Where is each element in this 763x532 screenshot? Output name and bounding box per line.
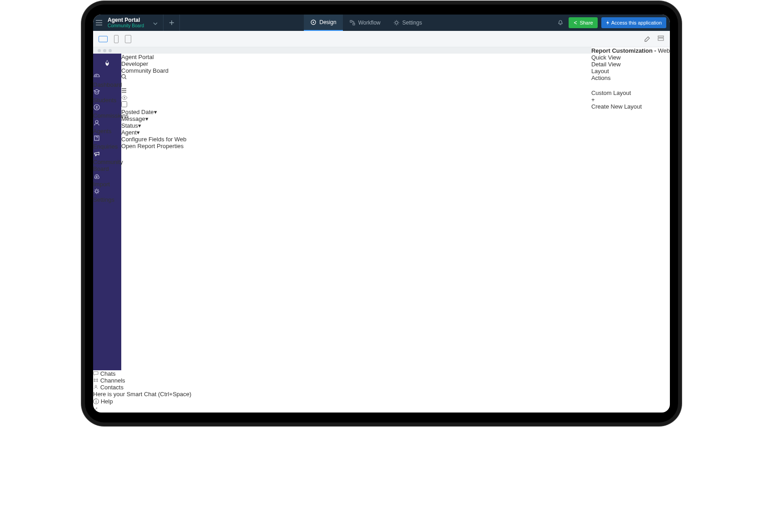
side-label: Import: [93, 181, 110, 188]
tab-label: Workflow: [358, 20, 381, 26]
bolt-icon: [606, 20, 609, 25]
tab-design[interactable]: Design: [304, 15, 342, 31]
share-label: Share: [580, 20, 593, 25]
chevron-down-icon: ▾: [138, 122, 141, 129]
page-header: Agent Portal Developer: [121, 54, 187, 67]
subtab-actions[interactable]: Actions: [591, 75, 670, 81]
top-app-bar: Agent Portal Community Board Design Work…: [93, 15, 670, 31]
theme-icon[interactable]: [644, 35, 651, 43]
layout-icon[interactable]: [657, 35, 664, 43]
svg-rect-2: [350, 20, 352, 22]
gear-icon: [393, 20, 400, 26]
tab-label: Settings: [402, 20, 422, 26]
import-icon: [93, 172, 121, 181]
sub-tabs: Layout Actions: [591, 68, 670, 81]
desktop-icon[interactable]: [99, 36, 108, 42]
column-posted-date[interactable]: Posted Date▾: [121, 109, 187, 115]
expand-icon[interactable]: ⤢: [93, 406, 98, 413]
column-status[interactable]: Status▾: [121, 122, 187, 129]
svg-rect-6: [658, 38, 664, 40]
access-app-button[interactable]: Access this application: [601, 17, 666, 28]
smart-chat-input[interactable]: Here is your Smart Chat (Ctrl+Space): [93, 391, 670, 398]
app-sub: Community Board: [108, 23, 144, 28]
window-controls: [93, 47, 591, 54]
bottom-tab-chats[interactable]: Chats: [93, 370, 670, 377]
svg-point-1: [313, 22, 314, 23]
commissions-icon: [93, 104, 121, 112]
side-label: Agents: [93, 128, 111, 134]
plus-icon: +: [591, 96, 670, 103]
design-icon: [310, 19, 317, 25]
app-logo[interactable]: [93, 54, 121, 73]
main-area: Dashboard Students Commissions Agents: [93, 47, 670, 370]
visibility-column[interactable]: [121, 94, 187, 101]
tab-settings[interactable]: Settings: [387, 15, 428, 31]
side-label: Dashboard: [93, 81, 122, 88]
column-message[interactable]: Message▾: [121, 115, 187, 122]
sidebar-item-dashboard[interactable]: Dashboard: [93, 73, 121, 88]
svg-point-4: [395, 21, 398, 24]
add-record-button[interactable]: [121, 81, 187, 88]
sidebar-item-students[interactable]: Students: [93, 88, 121, 104]
side-label: Enquiries: [93, 143, 118, 150]
share-button[interactable]: Share: [569, 17, 597, 28]
notifications-icon[interactable]: [552, 20, 569, 26]
create-layout-button[interactable]: + Create New Layout: [591, 96, 670, 110]
add-tab-button[interactable]: [164, 15, 180, 31]
sidebar-item-enquiries[interactable]: Enquiries: [93, 134, 121, 150]
app-name: Agent Portal: [108, 17, 144, 23]
tab-detail-view[interactable]: Detail View: [591, 61, 670, 68]
app-sidebar: Dashboard Students Commissions Agents: [93, 54, 121, 370]
device-toolbar: [93, 31, 670, 47]
chevron-down-icon: ▾: [137, 129, 140, 136]
canvas-frame: Dashboard Students Commissions Agents: [93, 47, 591, 370]
bottom-tab-contacts[interactable]: Contacts: [93, 384, 670, 391]
share-icon: [573, 20, 578, 25]
column-agent[interactable]: Agent▾: [121, 129, 187, 136]
app-tab[interactable]: Agent Portal Community Board: [105, 15, 164, 31]
megaphone-icon: [93, 150, 121, 159]
svg-point-13: [95, 385, 97, 387]
flame-icon: [104, 60, 110, 67]
chevron-down-icon[interactable]: [153, 20, 158, 26]
chevron-down-icon: ▾: [154, 109, 157, 115]
phone-icon[interactable]: [114, 35, 119, 43]
sidebar-item-settings[interactable]: Settings: [93, 188, 121, 203]
tab-workflow[interactable]: Workflow: [343, 15, 387, 31]
search-icon: [121, 74, 127, 80]
tablet-icon[interactable]: [125, 35, 131, 43]
sidebar-item-agents[interactable]: Agents: [93, 119, 121, 134]
builder-tabs: Design Workflow Settings: [304, 15, 428, 31]
open-report-properties-button[interactable]: Open Report Properties: [121, 143, 187, 149]
configure-fields-button[interactable]: Configure Fields for Web: [121, 136, 187, 143]
workflow-icon: [349, 20, 356, 26]
side-label: Settings: [93, 196, 114, 203]
tab-label: Design: [319, 19, 336, 25]
gear-icon: [93, 188, 121, 196]
search-button[interactable]: [121, 74, 187, 81]
layout-option-2[interactable]: [591, 81, 670, 85]
sidebar-item-commissions[interactable]: Commissions: [93, 104, 121, 119]
svg-point-10: [95, 190, 98, 193]
contacts-icon: [93, 384, 99, 391]
section-header: Community Board: [121, 67, 187, 94]
tab-quick-view[interactable]: Quick View: [591, 54, 670, 61]
custom-layout-label: Custom Layout: [591, 89, 670, 96]
menu-icon[interactable]: [93, 20, 105, 25]
sidebar-item-import[interactable]: Import: [93, 172, 121, 188]
svg-rect-3: [353, 23, 355, 25]
select-all-checkbox[interactable]: [121, 101, 187, 109]
view-tabs: Quick View Detail View: [591, 54, 670, 68]
right-panel: Report Customization - Web Quick View De…: [591, 47, 670, 370]
subtab-layout[interactable]: Layout: [591, 68, 670, 75]
bottom-tab-channels[interactable]: Channels: [93, 377, 670, 384]
svg-rect-5: [658, 36, 664, 37]
layout-option-3[interactable]: [591, 85, 670, 89]
plus-icon: [121, 81, 127, 86]
svg-point-12: [124, 97, 125, 99]
sidebar-item-community-board[interactable]: Community Board: [93, 150, 121, 172]
help-button[interactable]: ⓘ Help: [93, 398, 670, 406]
svg-point-8: [95, 120, 98, 123]
more-menu-button[interactable]: [121, 88, 187, 94]
students-icon: [93, 88, 121, 97]
